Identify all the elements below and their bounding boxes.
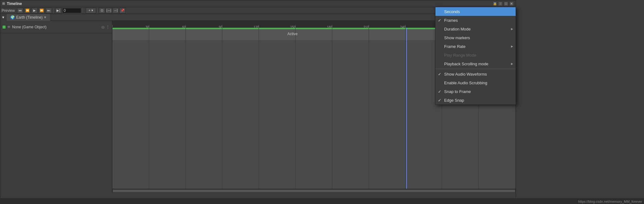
toolbar-separator-3 [97,8,98,13]
grid-line [369,28,369,189]
check-icon: ✓ [438,89,441,94]
skip-to-start-button[interactable]: ⏮ [17,8,23,13]
grid-line [405,28,406,189]
grid-line [259,28,259,189]
add-button[interactable]: + ▾ [86,8,96,13]
check-icon: ✓ [438,72,441,76]
menu-item-duration-mode[interactable]: Duration Mode [435,25,516,33]
ruler-mark: 0 [112,25,113,27]
scrollbar-thumb[interactable] [113,190,515,192]
track-headers-panel: 👁 None (Game Object) ◎ ⋮ [0,21,112,192]
grid-line [332,28,332,189]
ruler-mark: 120 [259,25,259,27]
playhead[interactable] [406,28,407,189]
ruler-mark: 210 [369,25,369,27]
ruler-mark: 240 [405,25,406,27]
ruler-mark: 30 [149,25,149,27]
ruler-mark: 150 [295,25,296,27]
toolbar-separator-1 [53,8,54,13]
menu-item-label: Seconds [444,9,460,14]
menu-item-label: Snap to Frame [444,89,471,94]
grid-line [222,28,222,189]
menu-item-frame-rate[interactable]: Frame Rate [435,42,516,51]
menu-item-label: Play Range Mode [444,53,476,58]
menu-button[interactable]: ⋮ [498,2,503,6]
menu-item-label: Enable Audio Scrubbing [444,81,487,85]
track-eye-icon[interactable]: 👁 [7,25,11,29]
menu-item-label: Show markers [444,35,470,40]
horizontal-scrollbar[interactable] [112,189,516,192]
step-back-button[interactable]: ⏪ [24,8,30,13]
menu-item-edge-snap[interactable]: ✓Edge Snap [435,96,516,104]
check-icon: ✓ [438,98,441,103]
menu-item-seconds[interactable]: Seconds [435,7,516,16]
menu-item-frames[interactable]: ✓Frames [435,16,516,25]
right-panel [516,0,644,204]
play-button[interactable]: ▶ [31,8,38,13]
menu-item-playback-scrolling[interactable]: Playback Scrolling mode [435,59,516,68]
toolbar-separator-2 [83,8,83,13]
skip-to-end-button[interactable]: ⏭ [46,8,52,13]
menu-separator [435,69,516,69]
ruler-mark: 90 [222,25,222,27]
tab-label: Earth (Timeline) [16,15,43,20]
track-menu-button[interactable]: ⋮ [106,25,110,30]
window-title: Timeline [7,2,22,6]
menu-item-label: Playback Scrolling mode [444,62,488,66]
step-forward-button[interactable]: ⏩ [39,8,45,13]
track-name: None (Game Object) [12,25,100,29]
ruler-mark: 180 [332,25,332,27]
grid-line [149,28,149,189]
title-bar-controls: 🔒 ⋮ □ ✕ [493,2,514,6]
menu-item-play-range-mode: Play Range Mode [435,51,516,59]
fit-button[interactable]: ⊡ [99,8,105,13]
preview-label: Preview [2,8,15,13]
close-button[interactable]: ✕ [509,2,514,6]
menu-item-label: Edge Snap [444,98,464,103]
track-target-icon[interactable]: ◎ [101,25,104,29]
grid-line [112,28,113,189]
timeline-icon: ⊞ [2,2,5,6]
menu-item-label: Frames [444,18,458,23]
grid-line [186,28,186,189]
zoom-out-button[interactable]: ↔| [113,8,119,13]
tab-close-icon[interactable]: ✕ [44,16,46,19]
status-url: https://blog.csdn.net/memory_MM_forever [578,200,642,203]
pin-button[interactable]: 📌 [119,8,126,13]
earth-timeline-tab[interactable]: 🌍 Earth (Timeline) ✕ [7,14,50,21]
time-input[interactable] [62,8,81,13]
lock-button[interactable]: 🔒 [493,2,497,6]
menu-item-label: Duration Mode [444,27,471,31]
menu-item-snap-to-frame[interactable]: ✓Snap to Frame [435,87,516,96]
tab-arrow-button[interactable]: ▾ [0,14,7,21]
menu-item-show-markers[interactable]: Show markers [435,33,516,42]
menu-item-show-audio-waveforms[interactable]: ✓Show Audio Waveforms [435,70,516,78]
track-row: 👁 None (Game Object) ◎ ⋮ [0,21,112,33]
zoom-in-button[interactable]: |↔| [106,8,112,13]
menu-item-label: Show Audio Waveforms [444,72,487,76]
grid-line [295,28,296,189]
maximize-button[interactable]: □ [504,2,508,6]
check-icon: ✓ [438,18,441,23]
earth-icon: 🌍 [10,15,15,20]
ruler-mark: 60 [186,25,186,27]
menu-item-label: Frame Rate [444,44,466,49]
play-range-button[interactable]: ▶| [55,8,62,13]
context-menu: Seconds✓FramesDuration ModeShow markersF… [435,7,516,105]
track-checkbox[interactable] [2,25,6,29]
title-bar: ⊞ Timeline 🔒 ⋮ □ ✕ [0,0,516,7]
menu-item-enable-audio-scrubbing[interactable]: Enable Audio Scrubbing [435,78,516,87]
status-bar: https://blog.csdn.net/memory_MM_forever [0,198,644,204]
